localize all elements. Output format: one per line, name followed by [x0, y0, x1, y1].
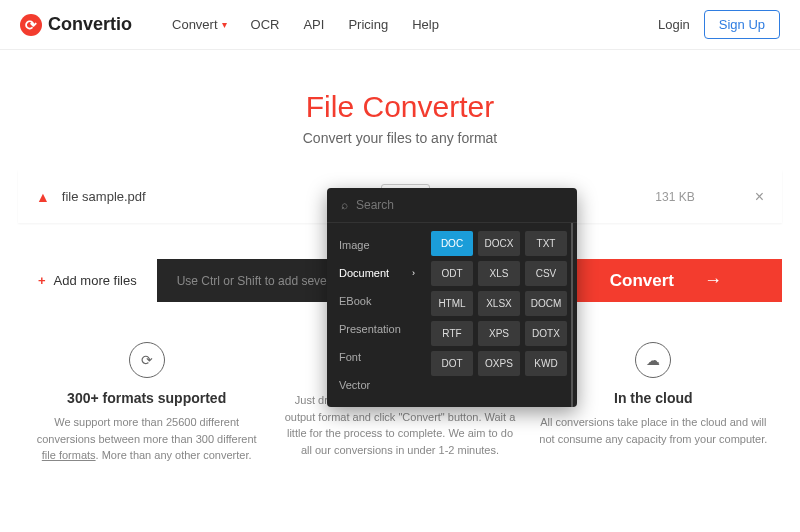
- nav: Convert▾ OCR API Pricing Help: [172, 17, 439, 32]
- category-list: ImageDocument›EBookPresentationFontVecto…: [327, 223, 427, 407]
- feature-text: We support more than 25600 different con…: [30, 414, 263, 464]
- brand-name: Convertio: [48, 14, 132, 35]
- format-csv[interactable]: CSV: [525, 261, 567, 286]
- format-dropdown: ⌕ ImageDocument›EBookPresentationFontVec…: [327, 188, 577, 407]
- format-dotx[interactable]: DOTX: [525, 321, 567, 346]
- page-subtitle: Convert your files to any format: [0, 130, 800, 146]
- cloud-icon: ☁: [635, 342, 671, 378]
- format-doc[interactable]: DOC: [431, 231, 473, 256]
- nav-api[interactable]: API: [303, 17, 324, 32]
- arrow-right-icon: →: [704, 270, 722, 291]
- header-right: Login Sign Up: [658, 10, 780, 39]
- format-docx[interactable]: DOCX: [478, 231, 520, 256]
- format-xps[interactable]: XPS: [478, 321, 520, 346]
- search-input[interactable]: [356, 198, 563, 212]
- format-xls[interactable]: XLS: [478, 261, 520, 286]
- dropdown-search: ⌕: [327, 188, 577, 223]
- login-link[interactable]: Login: [658, 17, 690, 32]
- file-size: 131 KB: [655, 190, 694, 204]
- category-image[interactable]: Image: [327, 231, 427, 259]
- feature-title: 300+ formats supported: [30, 390, 263, 406]
- category-document[interactable]: Document›: [327, 259, 427, 287]
- format-dot[interactable]: DOT: [431, 351, 473, 376]
- feature-text: All conversions take place in the cloud …: [537, 414, 770, 447]
- category-font[interactable]: Font: [327, 343, 427, 371]
- pdf-icon: ▲: [36, 189, 50, 205]
- format-txt[interactable]: TXT: [525, 231, 567, 256]
- feature-formats: ⟳ 300+ formats supported We support more…: [30, 342, 263, 464]
- file-name: file sample.pdf: [62, 189, 348, 204]
- refresh-icon: ⟳: [129, 342, 165, 378]
- logo[interactable]: ⟳ Convertio: [20, 14, 132, 36]
- format-grid: DOCDOCXTXTODTXLSCSVHTMLXLSXDOCMRTFXPSDOT…: [427, 223, 573, 407]
- format-odt[interactable]: ODT: [431, 261, 473, 286]
- file-formats-link[interactable]: file formats: [42, 449, 96, 461]
- page-title: File Converter: [0, 90, 800, 124]
- format-kwd[interactable]: KWD: [525, 351, 567, 376]
- chevron-right-icon: ›: [412, 268, 415, 278]
- nav-help[interactable]: Help: [412, 17, 439, 32]
- logo-icon: ⟳: [20, 14, 42, 36]
- search-icon: ⌕: [341, 198, 348, 212]
- remove-file-button[interactable]: ×: [755, 188, 764, 206]
- convert-button[interactable]: Convert →: [550, 259, 782, 302]
- nav-ocr[interactable]: OCR: [251, 17, 280, 32]
- add-more-button[interactable]: + Add more files: [18, 259, 157, 302]
- format-xlsx[interactable]: XLSX: [478, 291, 520, 316]
- format-docm[interactable]: DOCM: [525, 291, 567, 316]
- header: ⟳ Convertio Convert▾ OCR API Pricing Hel…: [0, 0, 800, 50]
- category-vector[interactable]: Vector: [327, 371, 427, 399]
- category-ebook[interactable]: EBook: [327, 287, 427, 315]
- plus-icon: +: [38, 273, 46, 288]
- format-html[interactable]: HTML: [431, 291, 473, 316]
- hero: File Converter Convert your files to any…: [0, 90, 800, 146]
- format-oxps[interactable]: OXPS: [478, 351, 520, 376]
- format-rtf[interactable]: RTF: [431, 321, 473, 346]
- category-presentation[interactable]: Presentation: [327, 315, 427, 343]
- nav-pricing[interactable]: Pricing: [348, 17, 388, 32]
- chevron-down-icon: ▾: [222, 19, 227, 30]
- signup-button[interactable]: Sign Up: [704, 10, 780, 39]
- nav-convert[interactable]: Convert▾: [172, 17, 227, 32]
